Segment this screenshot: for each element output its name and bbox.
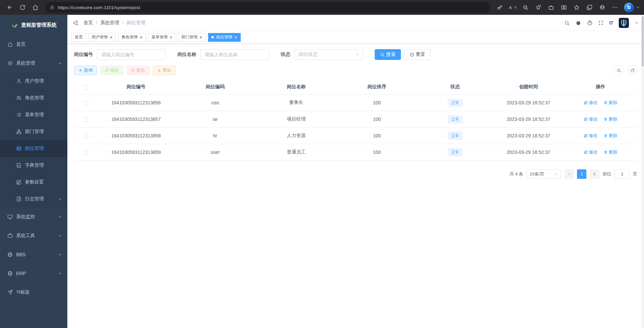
close-icon[interactable] [199,36,203,39]
edit-icon [584,117,588,121]
sidebar-item-log-management[interactable]: 日志管理 [0,191,67,207]
goto-page-input[interactable] [615,169,630,179]
tab-home[interactable]: 首页 [71,33,86,42]
favorites-icon[interactable] [571,2,582,13]
collections-icon[interactable] [584,2,595,13]
browser-home-icon[interactable] [30,2,41,13]
address-bar[interactable]: https://ccnetcore.com:1101/system/post [45,2,490,13]
tab-department-management[interactable]: 部门管理 [178,33,206,42]
row-checkbox[interactable] [83,150,88,155]
gear-icon [7,61,13,66]
row-edit-link[interactable]: 修改 [584,133,598,139]
add-button[interactable]: 新增 [74,66,97,75]
tab-user-management[interactable]: 用户管理 [88,33,116,42]
row-checkbox[interactable] [83,117,88,122]
password-key-icon[interactable] [494,2,506,13]
window-scrollbar[interactable] [641,15,644,328]
sidebar-submenu-system: 用户管理 角色管理 菜单管理 部门管理 岗位管理 [0,73,67,207]
status-select[interactable]: 岗位状态 [294,49,363,60]
sidebar-item-bbs[interactable]: BBS [0,245,67,264]
sidebar-item-yi-framework[interactable]: Yi框架 [0,283,67,302]
select-all-checkbox[interactable] [83,85,88,90]
home-icon [7,42,13,47]
row-delete-link[interactable]: 删除 [604,100,617,106]
sidebar-item-system-monitor[interactable]: 系统监控 [0,207,67,226]
row-delete-link[interactable]: 删除 [604,133,617,139]
profile-avatar-icon[interactable] [597,2,608,13]
zoom-icon[interactable] [520,2,531,13]
search-button[interactable]: 搜索 [375,49,401,60]
sidebar-item-post-management[interactable]: 岗位管理 [0,140,67,157]
toggle-search-icon[interactable] [614,65,624,75]
row-checkbox[interactable] [83,101,88,105]
post-id-input[interactable] [97,49,166,60]
cell-post-sort: 100 [337,144,417,160]
font-size-icon[interactable]: tT [609,20,613,26]
split-screen-icon[interactable] [558,2,570,13]
sidebar-item-parameter-settings[interactable]: 参数设置 [0,174,67,191]
tab-menu-management[interactable]: 菜单管理 [148,33,176,42]
row-edit-link[interactable]: 修改 [584,116,598,122]
read-aloud-icon[interactable]: A [507,2,518,13]
copilot-icon[interactable]: b [624,3,634,12]
row-delete-link[interactable]: 删除 [604,116,617,122]
sidebar-item-system-tools[interactable]: 系统工具 [0,226,67,245]
sidebar-item-system-management[interactable]: 系统管理 [0,54,67,73]
row-edit-link[interactable]: 修改 [584,100,598,106]
post-name-input[interactable] [200,49,269,60]
cell-post-code: se [174,111,256,127]
close-icon[interactable] [139,36,143,39]
fullscreen-icon[interactable] [598,20,604,26]
sidebar-item-department-management[interactable]: 部门管理 [0,123,67,140]
sidebar-item-role-management[interactable]: 角色管理 [0,90,67,106]
add-favorite-icon[interactable] [533,2,544,13]
sidebar-item-home[interactable]: 首页 [0,35,67,54]
breadcrumb: 首页 / 系统管理 / 岗位管理 [83,20,145,26]
search-icon [380,53,384,57]
sidebar-item-dictionary-management[interactable]: 字典管理 [0,157,67,174]
page-size-value: 10条/页 [530,171,544,177]
sidebar-item-user-management[interactable]: 用户管理 [0,73,67,90]
tab-post-management[interactable]: 岗位管理 [208,33,241,42]
caret-down-icon[interactable] [635,21,639,25]
next-page-button[interactable] [590,169,599,179]
copilot-caret-icon[interactable] [636,5,640,9]
breadcrumb-item-home[interactable]: 首页 [83,20,93,26]
close-icon[interactable] [234,36,237,39]
row-edit-link[interactable]: 修改 [584,149,598,155]
cell-created: 2023-03-29 18:52:37 [493,94,564,111]
export-button[interactable]: 导出 [153,66,176,75]
sidebar-item-label: BBS [16,252,26,257]
row-delete-link[interactable]: 删除 [604,149,617,155]
chevron-down-icon [58,215,62,219]
github-icon[interactable] [575,20,581,26]
delete-button[interactable]: 删除 [127,66,149,75]
extensions-icon[interactable] [545,2,557,13]
breadcrumb-item-system-management[interactable]: 系统管理 [100,20,119,26]
cell-post-name: 普通员工 [256,144,337,160]
browser-refresh-icon[interactable] [17,2,28,13]
row-checkbox[interactable] [83,134,88,138]
current-page-button[interactable]: 1 [577,169,586,179]
sidebar-item-menu-management[interactable]: 菜单管理 [0,106,67,123]
help-icon[interactable] [587,20,592,26]
table-row: 1641030593112313858 hr 人力资源 100 正常 2023-… [74,127,637,144]
browser-menu-icon[interactable] [609,2,621,13]
reset-button[interactable]: 重置 [404,49,431,60]
chevron-down-icon [58,271,62,275]
refresh-table-icon[interactable] [627,65,637,75]
browser-back-icon[interactable] [4,2,15,13]
search-icon[interactable] [564,20,570,26]
sidebar-fold-icon[interactable] [73,20,79,26]
close-icon[interactable] [169,36,173,39]
select-all-cell [74,79,98,94]
prev-page-button[interactable] [564,169,574,179]
cell-post-code: ceo [174,94,256,111]
user-avatar[interactable] [619,18,629,28]
close-icon[interactable] [109,36,113,39]
scrollbar-thumb[interactable] [642,16,644,67]
page-size-select[interactable]: 10条/页 [527,169,561,179]
edit-button[interactable]: 修改 [100,66,123,75]
sidebar-item-erp[interactable]: ERP [0,264,67,283]
tab-role-management[interactable]: 角色管理 [118,33,146,42]
